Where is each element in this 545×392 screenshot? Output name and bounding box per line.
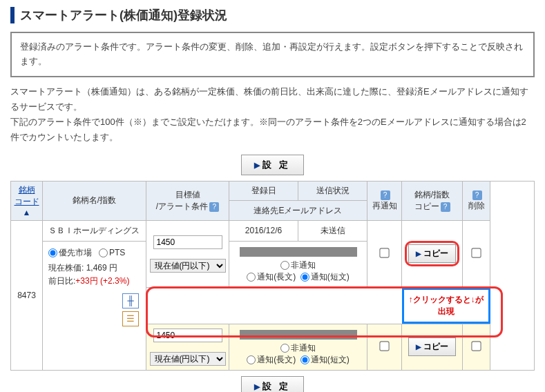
renotify-checkbox-2[interactable]	[379, 341, 389, 351]
renotify-checkbox-1[interactable]	[379, 248, 389, 257]
cell-status: 未送信	[298, 220, 367, 241]
cell-delete-1	[463, 220, 490, 287]
copy-button-1[interactable]: ▶コピー	[408, 244, 456, 263]
notify-long-1[interactable]: 通知(長文)	[247, 272, 296, 282]
email-masked	[240, 247, 357, 257]
market-opt-priority[interactable]: 優先市場	[48, 248, 92, 257]
notify-none-2[interactable]: 非通知	[280, 343, 316, 353]
target-input-1[interactable]	[153, 235, 222, 249]
arrow-icon: ▶	[254, 161, 260, 169]
help-icon[interactable]: ?	[381, 190, 390, 200]
condition-select-1[interactable]: 現在値(円以下)	[150, 259, 226, 273]
notify-short-2[interactable]: 通知(短文)	[300, 355, 350, 364]
cell-stock-name: ＳＢＩホールディングス	[43, 220, 146, 241]
cell-email-1: 非通知 通知(長文) 通知(短文)	[229, 241, 367, 287]
th-name: 銘柄名/指数	[43, 181, 146, 220]
notify-none-1[interactable]: 非通知	[280, 260, 316, 270]
cell-copy-1: ▶コピー	[402, 220, 463, 287]
settei-button-top[interactable]: ▶設 定	[241, 155, 305, 175]
cell-stock-detail: 優先市場 PTS 現在株価: 1,469 円 前日比:+33円 (+2.3%) …	[43, 241, 146, 370]
delete-checkbox-1[interactable]	[471, 248, 481, 257]
sort-arrow-icon: ▲	[23, 208, 31, 217]
settei-button-bottom[interactable]: ▶設 定	[241, 376, 305, 392]
notify-short-1[interactable]: 通知(短文)	[300, 272, 350, 282]
notify-long-2[interactable]: 通知(長文)	[247, 355, 296, 364]
cell-delete-2	[463, 324, 490, 370]
chart-icon[interactable]: ╫	[122, 293, 139, 308]
info-box: 登録済みのアラート条件です。アラート条件の変更、削除、追加・再設定が行えます。設…	[10, 32, 535, 77]
arrow-icon: ▶	[416, 250, 421, 257]
condition-select-2[interactable]: 現在値(円以下)	[150, 352, 226, 366]
help-icon[interactable]: ?	[209, 202, 219, 212]
callout-annotation: ↑クリックすると↓が出現	[402, 288, 490, 324]
th-code[interactable]: 銘柄 コード▲	[11, 181, 43, 220]
cell-renotify-1	[367, 220, 402, 287]
cell-code: 8473	[11, 220, 43, 370]
delete-checkbox-2[interactable]	[471, 341, 481, 351]
arrow-icon: ▶	[416, 343, 421, 351]
copy-button-2[interactable]: ▶コピー	[408, 337, 456, 356]
th-status: 送信状況	[298, 181, 367, 201]
th-email: 連絡先Eメールアドレス	[229, 201, 367, 221]
description-text: スマートアラート（株価通知）は、ある銘柄が一定株価、株価の前日比、出来高に達した…	[10, 84, 535, 145]
cell-regdate: 2016/12/6	[229, 220, 298, 241]
document-icon[interactable]: ☰	[122, 311, 139, 326]
cell-renotify-2	[367, 324, 402, 370]
page-title: スマートアラート(株価通知)登録状況	[10, 7, 535, 23]
help-icon[interactable]: ?	[441, 202, 450, 212]
cell-email-2: 非通知 通知(長文) 通知(短文)	[229, 324, 367, 370]
th-delete: ?削除	[463, 181, 490, 220]
th-target: 目標値 /アラート条件?	[146, 181, 229, 220]
market-opt-pts[interactable]: PTS	[99, 248, 125, 257]
help-icon[interactable]: ?	[472, 190, 482, 200]
target-input-2[interactable]	[153, 329, 222, 342]
email-masked	[240, 330, 357, 340]
th-regdate: 登録日	[229, 181, 298, 201]
th-copy: 銘柄/指数 コピー?	[402, 181, 463, 220]
cell-target-2: 現在値(円以下)	[146, 324, 229, 370]
alert-table: 銘柄 コード▲ 銘柄名/指数 目標値 /アラート条件? 登録日 送信状況 ?再通…	[10, 181, 535, 371]
cell-target-1: 現在値(円以下)	[146, 220, 229, 287]
arrow-icon: ▶	[254, 382, 260, 391]
cell-copy-2: ▶コピー	[402, 324, 463, 370]
th-renotify: ?再通知	[367, 181, 402, 220]
